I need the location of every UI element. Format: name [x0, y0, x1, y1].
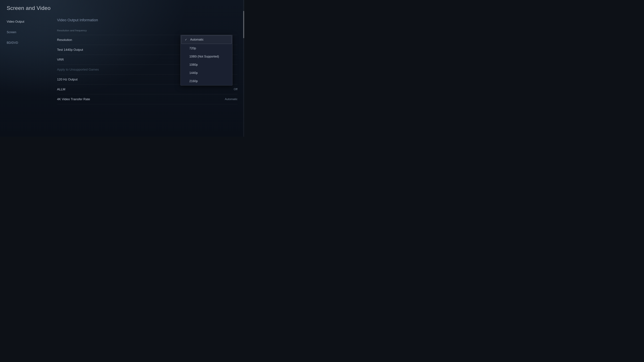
settings-label-resolution: Resolution [57, 38, 72, 42]
resolution-row-wrapper: Resolution✓Automatic✓720p✓1080i (Not Sup… [57, 35, 238, 45]
dropdown-option-1080p[interactable]: ✓1080p [180, 61, 232, 69]
settings-list: Resolution✓Automatic✓720p✓1080i (Not Sup… [57, 35, 238, 104]
settings-label-apply-unsupported: Apply to Unsupported Games [57, 68, 99, 71]
dropdown-option-label-1440p: 1440p [189, 71, 198, 75]
resolution-dropdown: ✓Automatic✓720p✓1080i (Not Supported)✓10… [180, 35, 232, 85]
page-title: Screen and Video [7, 0, 238, 16]
sidebar-item-video-output[interactable]: Video Output [7, 18, 54, 25]
dropdown-option-720p[interactable]: ✓720p [180, 44, 232, 52]
dropdown-option-label-1080p: 1080p [189, 63, 198, 66]
check-icon-automatic: ✓ [185, 38, 188, 41]
dropdown-option-label-720p: 720p [189, 46, 196, 50]
dropdown-option-1440p[interactable]: ✓1440p [180, 69, 232, 77]
settings-item-allm[interactable]: ALLMOff [57, 84, 238, 94]
settings-value-allm: Off [234, 88, 238, 91]
main-content: Video Output Information Resolution and … [54, 16, 238, 137]
settings-value-4k-transfer: Automatic [225, 97, 238, 101]
sidebar: Video OutputScreenBD/DVD [7, 16, 54, 137]
settings-label-vrr: VRR [57, 58, 64, 61]
dropdown-option-label-2160p: 2160p [189, 79, 198, 83]
dropdown-option-1080i[interactable]: ✓1080i (Not Supported) [180, 52, 232, 61]
sidebar-item-bd-dvd[interactable]: BD/DVD [7, 39, 54, 46]
settings-item-4k-transfer[interactable]: 4K Video Transfer RateAutomatic [57, 94, 238, 104]
section-label: Resolution and frequency [57, 29, 238, 32]
settings-label-4k-transfer: 4K Video Transfer Rate [57, 97, 90, 101]
sidebar-item-screen[interactable]: Screen [7, 28, 54, 36]
video-output-info-link[interactable]: Video Output Information [57, 18, 238, 22]
page-container: Screen and Video Video OutputScreenBD/DV… [0, 0, 244, 137]
dropdown-option-label-1080i: 1080i (Not Supported) [189, 55, 219, 58]
content-area: Video OutputScreenBD/DVD Video Output In… [7, 16, 238, 137]
settings-label-test-1440p: Test 1440p Output [57, 48, 83, 52]
dropdown-option-2160p[interactable]: ✓2160p [180, 77, 232, 85]
dropdown-option-automatic[interactable]: ✓Automatic [181, 35, 232, 44]
dropdown-option-label-automatic: Automatic [190, 38, 204, 41]
settings-label-allm: ALLM [57, 87, 66, 91]
settings-label-hz-output: 120 Hz Output [57, 78, 78, 81]
